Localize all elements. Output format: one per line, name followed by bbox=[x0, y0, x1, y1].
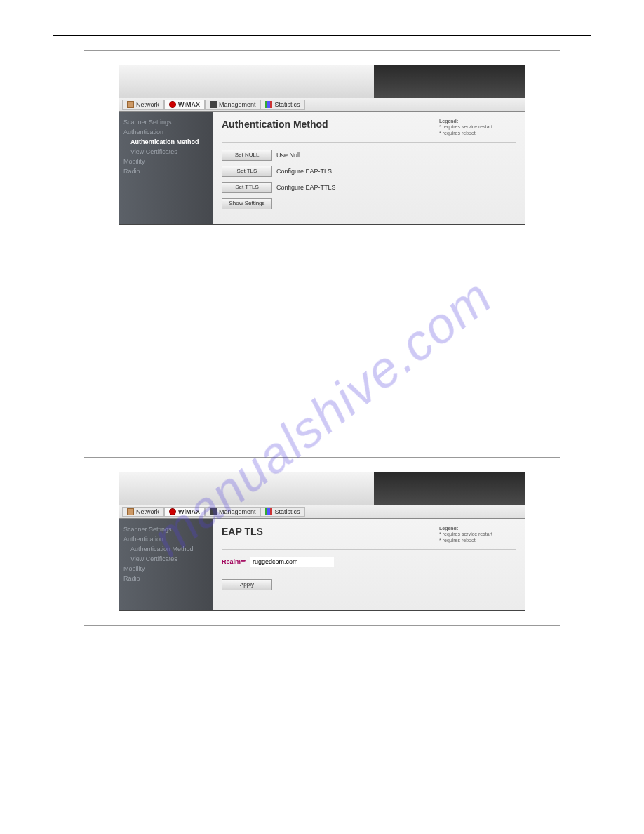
network-icon bbox=[127, 101, 134, 108]
configure-eap-ttls-label: Configure EAP-TTLS bbox=[276, 184, 336, 191]
management-icon bbox=[210, 508, 217, 515]
sidebar-item-radio[interactable]: Radio bbox=[123, 574, 208, 583]
tab-network-label: Network bbox=[136, 508, 159, 515]
tab-management[interactable]: Management bbox=[205, 100, 261, 110]
content-panel: Authentication Method Legend: * requires… bbox=[213, 112, 525, 224]
management-icon bbox=[210, 101, 217, 108]
statistics-icon bbox=[265, 508, 272, 515]
legend-title: Legend: bbox=[439, 119, 516, 124]
rule-below-fig1 bbox=[84, 239, 560, 239]
rule-bottom bbox=[53, 668, 591, 668]
page-title: EAP TLS bbox=[222, 526, 263, 543]
rule-above-fig1 bbox=[84, 50, 560, 51]
rule-below-fig2 bbox=[84, 625, 560, 626]
sidebar-item-mobility[interactable]: Mobility bbox=[123, 564, 208, 574]
network-icon bbox=[127, 508, 134, 515]
sidebar: Scanner Settings Authentication Authenti… bbox=[119, 112, 213, 224]
legend-line1: * requires service restart bbox=[439, 531, 516, 537]
spacer bbox=[53, 253, 591, 443]
tab-statistics-label: Statistics bbox=[274, 101, 300, 108]
page-title: Authentication Method bbox=[222, 119, 328, 136]
legend-line1: * requires service restart bbox=[439, 124, 516, 130]
sidebar-item-radio[interactable]: Radio bbox=[123, 166, 208, 176]
legend-line2: * requires reboot bbox=[439, 131, 516, 136]
tab-network-label: Network bbox=[136, 101, 159, 108]
app-window-1: Network WiMAX Management Statistics Scan… bbox=[119, 65, 525, 225]
sidebar-item-auth-method[interactable]: Authentication Method bbox=[123, 544, 208, 554]
banner bbox=[119, 65, 525, 98]
banner bbox=[119, 472, 525, 505]
legend-title: Legend: bbox=[439, 526, 516, 531]
legend-box: Legend: * requires service restart * req… bbox=[439, 119, 516, 136]
tab-statistics[interactable]: Statistics bbox=[260, 100, 304, 110]
figure-auth-method: Network WiMAX Management Statistics Scan… bbox=[84, 65, 560, 225]
rule-above-fig2 bbox=[84, 457, 560, 458]
sidebar: Scanner Settings Authentication Authenti… bbox=[119, 519, 213, 610]
nav-tabs: Network WiMAX Management Statistics bbox=[119, 98, 525, 112]
tab-wimax-label: WiMAX bbox=[178, 101, 200, 108]
tab-statistics-label: Statistics bbox=[274, 508, 300, 515]
realm-label: Realm** bbox=[222, 558, 246, 565]
content-panel: EAP TLS Legend: * requires service resta… bbox=[213, 519, 525, 610]
sidebar-item-view-cert[interactable]: View Certificates bbox=[123, 554, 208, 564]
tab-wimax-label: WiMAX bbox=[178, 508, 200, 515]
app-window-2: Network WiMAX Management Statistics Scan… bbox=[119, 472, 525, 611]
sidebar-item-auth[interactable]: Authentication bbox=[123, 127, 208, 137]
tab-management-label: Management bbox=[219, 101, 256, 108]
show-settings-button[interactable]: Show Settings bbox=[222, 198, 272, 209]
legend-line2: * requires reboot bbox=[439, 538, 516, 543]
legend-box: Legend: * requires service restart * req… bbox=[439, 526, 516, 543]
wimax-icon bbox=[169, 101, 176, 108]
set-tls-button[interactable]: Set TLS bbox=[222, 166, 272, 177]
tab-management[interactable]: Management bbox=[205, 507, 261, 517]
sidebar-item-scanner[interactable]: Scanner Settings bbox=[123, 524, 208, 534]
set-ttls-button[interactable]: Set TTLS bbox=[222, 182, 272, 193]
figure-eap-tls: Network WiMAX Management Statistics Scan… bbox=[84, 472, 560, 611]
wimax-icon bbox=[169, 508, 176, 515]
tab-management-label: Management bbox=[219, 508, 256, 515]
tab-network[interactable]: Network bbox=[122, 100, 164, 110]
sidebar-item-auth[interactable]: Authentication bbox=[123, 534, 208, 544]
tab-wimax[interactable]: WiMAX bbox=[164, 507, 205, 517]
realm-input[interactable] bbox=[250, 557, 334, 567]
rule-top bbox=[53, 35, 591, 36]
tab-wimax[interactable]: WiMAX bbox=[164, 100, 205, 110]
tab-network[interactable]: Network bbox=[122, 507, 164, 517]
configure-eap-tls-label: Configure EAP-TLS bbox=[276, 168, 332, 175]
set-null-button[interactable]: Set NULL bbox=[222, 150, 272, 161]
use-null-label: Use Null bbox=[276, 152, 300, 159]
sidebar-item-mobility[interactable]: Mobility bbox=[123, 157, 208, 166]
statistics-icon bbox=[265, 101, 272, 108]
sidebar-item-view-cert[interactable]: View Certificates bbox=[123, 147, 208, 157]
tab-statistics[interactable]: Statistics bbox=[260, 507, 304, 517]
sidebar-item-auth-method[interactable]: Authentication Method bbox=[123, 137, 208, 147]
nav-tabs: Network WiMAX Management Statistics bbox=[119, 505, 525, 519]
sidebar-item-scanner[interactable]: Scanner Settings bbox=[123, 117, 208, 127]
apply-button[interactable]: Apply bbox=[222, 579, 272, 590]
